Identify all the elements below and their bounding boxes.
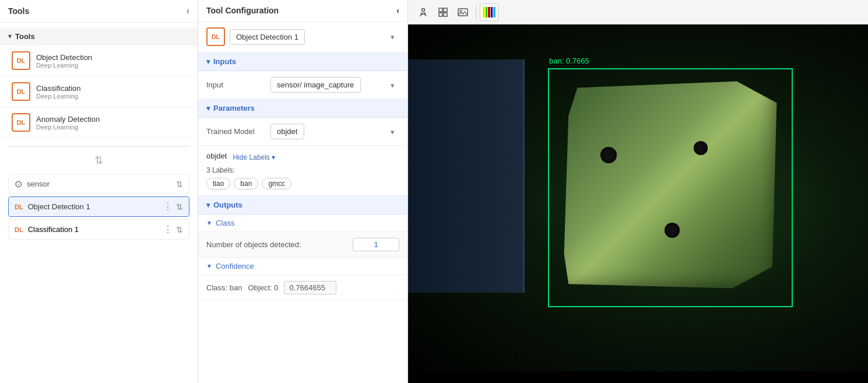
config-dl-badge: DL [206,27,225,46]
confidence-sub-header[interactable]: ▼ Confidence [198,258,407,275]
input-select[interactable]: sensor/ image_capture [270,77,361,93]
flow-sort-icon: ⇅ [0,150,198,170]
class-dl-badge: DL [15,226,23,233]
svg-point-6 [460,10,462,12]
tool-sub-anomaly-detection: Deep Learning [36,124,100,131]
config-title: Tool Configuration [206,6,279,15]
class-item-arrows-icon[interactable]: ⇅ [176,225,183,234]
tool-name-classification: Classification [36,84,81,93]
active-dl-badge: DL [15,203,23,210]
dl-badge-object-detection: DL [12,51,30,70]
metal-part [560,77,781,293]
conf-value: 0.7664655 [284,281,336,294]
input-row: Input sensor/ image_capture [198,71,407,99]
svg-rect-3 [439,13,442,16]
class-sub-header[interactable]: ▼ Class [198,215,407,232]
detected-row: Number of objects detected: 1 [198,232,407,258]
outputs-section-header[interactable]: ▾ Outputs [198,196,407,215]
middle-header: Tool Configuration ‹ [198,0,407,22]
detected-label: Number of objects detected: [206,240,353,249]
active-item-left: DL Object Detection 1 [15,202,90,211]
outputs-caret-icon: ▾ [206,201,210,209]
toolbar-image-button[interactable] [454,3,472,21]
tool-sub-object-detection: Deep Learning [36,62,92,69]
flow-item-active[interactable]: DL Object Detection 1 ⋮ ⇅ [8,196,189,217]
sensor-arrow-icon[interactable]: ⇅ [176,180,183,189]
left-collapse-icon[interactable]: ‹ [187,6,189,16]
tool-info-classification: Classification Deep Learning [36,84,81,100]
tool-item-classification[interactable]: DL Classification Deep Learning [0,76,198,107]
trained-model-select[interactable]: objdet [270,124,304,139]
left-header: Tools ‹ [0,0,198,23]
hide-labels-chevron-icon: ▾ [272,153,275,161]
inputs-label: Inputs [213,57,236,66]
conf-class-label: Class: ban [206,283,242,292]
labels-header-row: objdet Hide Labels ▾ [206,152,399,163]
right-panel: ban: 0.7665 [408,0,868,383]
svg-rect-5 [458,9,468,16]
active-item-arrows-icon[interactable]: ⇅ [176,202,183,212]
hole-1 [600,147,617,163]
tools-group-header[interactable]: ▾ Tools [0,27,198,45]
class-item-actions: ⋮ ⇅ [163,224,183,235]
label-tag-gmcc: gmcc [262,178,291,189]
tool-sub-classification: Deep Learning [36,93,81,100]
flow-item-classification[interactable]: DL Classification 1 ⋮ ⇅ [8,219,189,240]
trained-model-select-wrapper[interactable]: objdet [270,124,399,139]
detected-value: 1 [353,238,399,251]
tools-title: Tools [8,6,29,16]
frame-left [408,59,525,293]
class-item-label: Classification 1 [28,225,79,234]
model-name-label: objdet [206,152,227,160]
toolbar-color-button[interactable] [480,3,498,21]
divider [8,146,189,147]
middle-collapse-icon[interactable]: ‹ [396,6,399,15]
tool-name-object-detection: Object Detection [36,53,92,62]
confidence-tri-icon: ▼ [206,263,212,269]
active-item-label: Object Detection 1 [28,202,90,211]
figure-icon [418,7,428,17]
labels-count: 3 Labels: [206,166,399,174]
dl-badge-anomaly-detection: DL [12,113,30,132]
svg-rect-4 [444,13,447,16]
labels-area: objdet Hide Labels ▾ 3 Labels: tiao ban … [198,146,407,196]
svg-rect-1 [439,8,442,12]
confidence-label: Confidence [216,262,254,270]
tool-name-anomaly-detection: Anomaly Detection [36,115,100,124]
parameters-section-header[interactable]: ▾ Parameters [198,99,407,118]
class-tri-icon: ▼ [206,220,212,226]
active-item-dots-icon[interactable]: ⋮ [163,201,173,212]
dl-badge-classification: DL [12,82,30,101]
middle-panel: Tool Configuration ‹ DL Object Detection… [198,0,408,383]
parameters-label: Parameters [213,104,255,113]
flow-item-sensor[interactable]: ⊙ sensor ⇅ [8,174,189,194]
inputs-caret-icon: ▾ [206,58,210,66]
sensor-left: ⊙ sensor [15,178,50,189]
toolbar-separator [476,5,476,19]
tool-select-wrapper[interactable]: Object Detection 1 [230,29,399,45]
sensor-icon: ⊙ [15,178,22,189]
tool-selector-row: DL Object Detection 1 [198,22,407,52]
label-tags: tiao ban gmcc [206,178,399,189]
inputs-section-header[interactable]: ▾ Inputs [198,52,407,71]
input-select-wrapper[interactable]: sensor/ image_capture [270,77,399,93]
hide-labels-text: Hide Labels [233,153,269,161]
tool-select[interactable]: Object Detection 1 [230,29,305,45]
toolbar-grid-button[interactable] [434,3,452,21]
tool-item-object-detection[interactable]: DL Object Detection Deep Learning [0,45,198,76]
outputs-label: Outputs [213,201,243,209]
flow-section: ⊙ sensor ⇅ DL Object Detection 1 ⋮ ⇅ DL … [0,170,198,243]
confidence-row: Class: ban Object: 0 0.7664655 [198,275,407,301]
trained-model-label: Trained Model [206,127,265,136]
toolbar-figure-button[interactable] [414,3,433,21]
active-item-actions: ⋮ ⇅ [163,201,183,212]
sensor-label: sensor [27,180,50,188]
class-item-dots-icon[interactable]: ⋮ [163,224,173,235]
conf-object-label: Object: 0 [248,283,278,292]
hide-labels-button[interactable]: Hide Labels ▾ [233,153,275,161]
class-label: Class [216,219,235,227]
hole-2 [694,141,708,155]
tool-item-anomaly-detection[interactable]: DL Anomaly Detection Deep Learning [0,107,198,138]
svg-rect-2 [444,8,447,12]
model-row: Trained Model objdet [198,118,407,146]
